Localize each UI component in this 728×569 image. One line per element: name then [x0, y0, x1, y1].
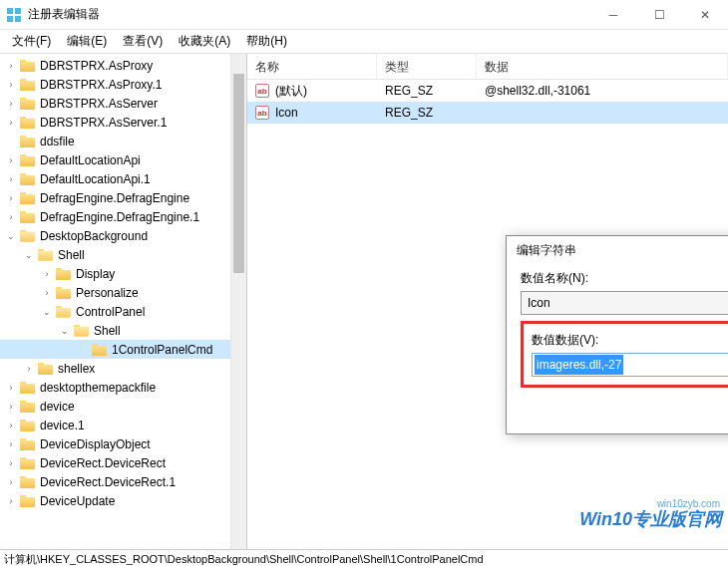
chevron-right-icon[interactable]: ›: [4, 116, 18, 130]
chevron-right-icon[interactable]: ›: [4, 210, 18, 224]
tree-node[interactable]: ›Display: [0, 264, 246, 283]
folder-icon: [20, 97, 36, 111]
value-name-input[interactable]: [521, 291, 728, 315]
chevron-down-icon[interactable]: ⌄: [40, 305, 54, 319]
tree-node[interactable]: ›DBRSTPRX.AsProxy: [0, 56, 246, 75]
tree-node[interactable]: ⌄Shell: [0, 245, 246, 264]
tree-scrollbar[interactable]: [230, 54, 246, 549]
tree-node[interactable]: ›DeviceUpdate: [0, 491, 246, 510]
tree-node[interactable]: ⌄ControlPanel: [0, 302, 246, 321]
tree-label: Display: [76, 267, 115, 281]
content-area: ›DBRSTPRX.AsProxy›DBRSTPRX.AsProxy.1›DBR…: [0, 54, 728, 549]
chevron-down-icon[interactable]: ⌄: [22, 248, 36, 262]
folder-icon: [38, 362, 54, 376]
folder-icon: [20, 475, 36, 489]
folder-icon: [56, 305, 72, 319]
dialog-titlebar[interactable]: 编辑字符串 ✕: [507, 236, 728, 264]
folder-icon: [38, 248, 54, 262]
tree-label: device.1: [40, 419, 85, 432]
chevron-right-icon[interactable]: ›: [40, 286, 54, 300]
chevron-down-icon[interactable]: ⌄: [4, 229, 18, 243]
tree-node[interactable]: ›Personalize: [0, 283, 246, 302]
chevron-right-icon[interactable]: ›: [4, 437, 18, 451]
titlebar: 注册表编辑器 ─ ☐ ✕: [0, 0, 728, 30]
chevron-right-icon[interactable]: ›: [4, 475, 18, 489]
chevron-right-icon[interactable]: ›: [4, 191, 18, 205]
tree-node[interactable]: ›device.1: [0, 416, 246, 434]
chevron-right-icon[interactable]: ›: [40, 267, 54, 281]
folder-icon: [20, 78, 36, 92]
tree-node[interactable]: ›DefragEngine.DefragEngine.1: [0, 207, 246, 226]
tree-panel: ›DBRSTPRX.AsProxy›DBRSTPRX.AsProxy.1›DBR…: [0, 54, 247, 549]
chevron-right-icon[interactable]: ›: [4, 97, 18, 111]
tree-node[interactable]: ›DefragEngine.DefragEngine: [0, 188, 246, 207]
highlighted-region: 数值数据(V): imageres.dll,-27: [521, 321, 728, 388]
menu-edit[interactable]: 编辑(E): [59, 31, 115, 52]
tree-node[interactable]: ›DBRSTPRX.AsServer: [0, 94, 246, 113]
dialog-buttons: 确定 取消: [521, 388, 728, 422]
registry-tree[interactable]: ›DBRSTPRX.AsProxy›DBRSTPRX.AsProxy.1›DBR…: [0, 54, 246, 512]
chevron-right-icon[interactable]: ›: [4, 78, 18, 92]
cell-type: REG_SZ: [377, 106, 477, 120]
tree-node[interactable]: ›DeviceDisplayObject: [0, 434, 246, 453]
scrollbar-thumb[interactable]: [233, 74, 244, 273]
chevron-right-icon[interactable]: ›: [4, 419, 18, 432]
tree-label: desktopthemepackfile: [40, 381, 156, 395]
tree-label: DBRSTPRX.AsServer.1: [40, 116, 167, 130]
chevron-right-icon[interactable]: ›: [4, 59, 18, 73]
folder-icon: [20, 456, 36, 470]
chevron-right-icon[interactable]: ›: [4, 381, 18, 395]
tree-node[interactable]: 1ControlPanelCmd: [0, 340, 246, 359]
chevron-down-icon[interactable]: ⌄: [58, 324, 72, 338]
chevron-right-icon[interactable]: ›: [4, 456, 18, 470]
chevron-right-icon[interactable]: ›: [4, 153, 18, 167]
menu-file[interactable]: 文件(F): [4, 31, 59, 52]
list-row[interactable]: abIconREG_SZ: [247, 102, 728, 124]
tree-node[interactable]: ›DefaultLocationApi.1: [0, 169, 246, 188]
menu-favorites[interactable]: 收藏夹(A): [171, 31, 238, 52]
tree-label: Shell: [58, 248, 85, 262]
svg-rect-0: [7, 8, 13, 14]
tree-label: DesktopBackground: [40, 229, 148, 243]
tree-node[interactable]: ⌄Shell: [0, 321, 246, 340]
tree-node[interactable]: ›DBRSTPRX.AsServer.1: [0, 113, 246, 132]
tree-node[interactable]: ›desktopthemepackfile: [0, 378, 246, 397]
tree-node[interactable]: ›device: [0, 397, 246, 416]
menubar: 文件(F) 编辑(E) 查看(V) 收藏夹(A) 帮助(H): [0, 30, 728, 54]
tree-node[interactable]: ⌄DesktopBackground: [0, 226, 246, 245]
tree-label: DefragEngine.DefragEngine.1: [40, 210, 199, 224]
tree-node[interactable]: ›shellex: [0, 359, 246, 378]
folder-icon: [20, 381, 36, 395]
edit-string-dialog: 编辑字符串 ✕ 数值名称(N): 数值数据(V): imageres.dll,-…: [506, 235, 728, 434]
svg-rect-3: [15, 16, 21, 22]
tree-label: shellex: [58, 362, 95, 376]
svg-rect-1: [15, 8, 21, 14]
tree-node[interactable]: ›DeviceRect.DeviceRect.1: [0, 472, 246, 491]
chevron-right-icon[interactable]: ›: [4, 494, 18, 508]
folder-icon: [20, 494, 36, 508]
folder-icon: [20, 419, 36, 432]
chevron-right-icon[interactable]: ›: [4, 400, 18, 414]
maximize-button[interactable]: ☐: [636, 0, 682, 30]
tree-node[interactable]: ›DefaultLocationApi: [0, 150, 246, 169]
tree-node[interactable]: ›DBRSTPRX.AsProxy.1: [0, 75, 246, 94]
tree-node[interactable]: ddsfile: [0, 132, 246, 150]
chevron-right-icon[interactable]: ›: [22, 362, 36, 376]
selected-text: imageres.dll,-27: [535, 355, 623, 375]
col-name[interactable]: 名称: [247, 54, 377, 79]
close-button[interactable]: ✕: [682, 0, 728, 30]
col-type[interactable]: 类型: [377, 54, 477, 79]
col-data[interactable]: 数据: [477, 54, 728, 79]
chevron-right-icon[interactable]: ›: [4, 172, 18, 186]
value-list[interactable]: ab(默认)REG_SZ@shell32.dll,-31061abIconREG…: [247, 80, 728, 124]
folder-icon: [20, 210, 36, 224]
menu-view[interactable]: 查看(V): [115, 31, 171, 52]
list-row[interactable]: ab(默认)REG_SZ@shell32.dll,-31061: [247, 80, 728, 102]
minimize-button[interactable]: ─: [590, 0, 636, 30]
tree-node[interactable]: ›DeviceRect.DeviceRect: [0, 453, 246, 472]
menu-help[interactable]: 帮助(H): [238, 31, 295, 52]
tree-label: DefaultLocationApi: [40, 153, 141, 167]
folder-icon: [92, 343, 108, 357]
dialog-title-text: 编辑字符串: [517, 242, 728, 259]
tree-label: DefaultLocationApi.1: [40, 172, 151, 186]
